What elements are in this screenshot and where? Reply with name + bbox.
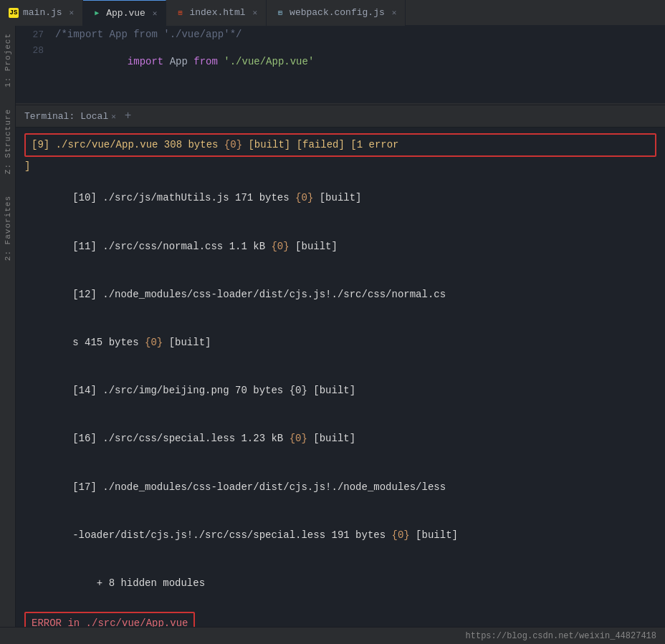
line-num-27: 27 [16,29,55,40]
terminal-header: Terminal: Local ✕ + [16,105,665,128]
tab-main-js[interactable]: JS main.js ✕ [0,0,83,26]
config-icon: ⊞ [275,8,285,18]
tab-bar: JS main.js ✕ ▶ App.vue ✕ ⊞ index.html ✕ … [0,0,665,26]
sidebar-item-project[interactable]: 1: Project [4,33,12,87]
terminal-body: [9] ./src/vue/App.vue 308 bytes {0} [bui… [16,128,665,644]
build-line-11: [11] ./src/css/normal.css 1.1 kB {0} [bu… [24,222,656,270]
line-28-from: from [193,56,218,67]
tab-app-vue-label: App.vue [106,8,145,19]
terminal-tab-close[interactable]: ✕ [111,112,116,121]
main-content: 27 /*import App from './vue/app'*/ 28 im… [16,26,665,644]
main-layout: 1: Project Z: Structure 2: Favorites 27 … [0,26,665,644]
build-line-12b: s 415 bytes {0} [built] [24,319,656,367]
status-bar: https://blog.csdn.net/weixin_44827418 [0,627,665,644]
left-sidebar: 1: Project Z: Structure 2: Favorites [0,26,16,644]
error-line-1: [9] ./src/vue/App.vue 308 bytes {0} [bui… [32,139,399,150]
line-28-app: App [163,56,193,67]
editor-line-27: 27 /*import App from './vue/app'*/ [16,29,665,44]
tab-webpack-config-label: webpack.config.js [290,7,385,18]
terminal-label: Terminal: [24,111,75,122]
terminal-tab-local-label: Local [80,111,108,122]
build-line-17a: [17] ./node_modules/css-loader/dist/cjs.… [24,463,656,511]
build-line-12a: [12] ./node_modules/css-loader/dist/cjs.… [24,270,656,318]
editor-content: 27 /*import App from './vue/app'*/ 28 im… [16,26,665,103]
tab-index-html-label: index.html [189,7,245,18]
editor-area: 27 /*import App from './vue/app'*/ 28 im… [16,26,665,105]
html-icon: ⊞ [175,8,185,18]
js-icon: JS [9,8,19,18]
sidebar-item-favorites[interactable]: 2: Favorites [4,196,12,261]
terminal-add-button[interactable]: + [125,110,132,122]
build-line-16: [16] ./src/css/special.less 1.23 kB {0} … [24,415,656,463]
build-line-14: [14] ./src/img/beijing.png 70 bytes {0} … [24,367,656,415]
hidden-modules-line: + 8 hidden modules [24,559,656,607]
error-box-1: [9] ./src/vue/App.vue 308 bytes {0} [bui… [24,133,656,157]
build-line-10: [10] ./src/js/mathUtils.js 171 bytes {0}… [24,174,656,222]
line-28-import: import [128,56,163,67]
tab-app-vue[interactable]: ▶ App.vue ✕ [83,0,166,26]
status-url: https://blog.csdn.net/weixin_44827418 [466,631,656,641]
tab-index-html[interactable]: ⊞ index.html ✕ [166,0,267,26]
line-num-28: 28 [16,45,55,56]
line-28-path: './vue/App.vue' [224,56,314,67]
tab-webpack-config-close[interactable]: ✕ [392,8,397,17]
sidebar-item-structure[interactable]: Z: Structure [4,109,12,174]
tab-webpack-config[interactable]: ⊞ webpack.config.js ✕ [267,0,406,26]
tab-main-js-label: main.js [23,7,62,18]
editor-line-28: 28 import App from './vue/App.vue' [16,44,665,79]
line-28-content: import App from './vue/App.vue' [55,44,665,79]
error-line-1-close: ] [24,158,656,174]
build-line-17b: -loader/dist/cjs.js!./src/css/special.le… [24,511,656,559]
terminal-tab-local[interactable]: Local ✕ [80,111,116,122]
tab-main-js-close[interactable]: ✕ [70,8,75,17]
tab-index-html-close[interactable]: ✕ [252,8,257,17]
vue-icon: ▶ [92,8,102,18]
line-27-content: /*import App from './vue/app'*/ [55,29,665,40]
tab-app-vue-close[interactable]: ✕ [153,9,158,18]
